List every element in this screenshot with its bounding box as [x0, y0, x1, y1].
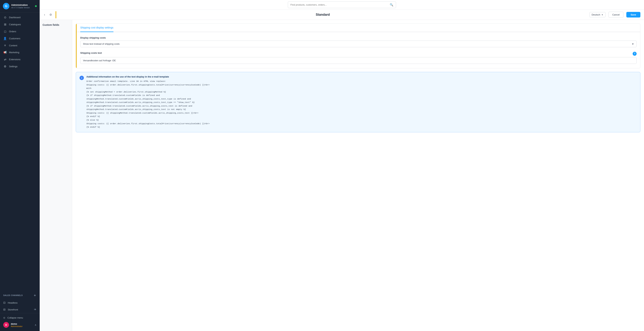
sidebar-item-label: Dashboard [9, 16, 20, 19]
user-row: D demo Administrator ∧ [3, 320, 36, 329]
circle-icon: ⊙ [3, 316, 5, 319]
sidebar-item-marketing[interactable]: 📢 Marketing [0, 49, 40, 56]
app-name: Administration [11, 4, 30, 7]
main-panel: Shipping cost display settings Display s… [72, 20, 644, 331]
settings-icon: ⚙ [3, 65, 7, 68]
language-value: Deutsch [592, 13, 600, 16]
page-header: ‹ ⚙ Standard Deutsch ▼ Cancel Save [40, 10, 644, 20]
language-selector[interactable]: Deutsch ▼ [589, 12, 606, 17]
collapse-menu-button[interactable]: ⊙ Collapse menu [3, 315, 36, 320]
app-info: Administration v6.4.7.0 Stable Version [11, 4, 30, 9]
costs-text-input[interactable] [80, 57, 636, 64]
channel-label: Storefront [8, 308, 18, 311]
sidebar-item-orders[interactable]: ◻ Orders [0, 28, 40, 35]
channel-label: Headless [8, 302, 18, 304]
display-costs-select[interactable]: Show text instead of shipping costs [80, 40, 636, 47]
catalogues-icon: ⊞ [3, 23, 7, 26]
main-nav: ⊙ Dashboard ⊞ Catalogues ◻ Orders 👤 Cust… [0, 12, 40, 291]
sidebar-item-label: Content [9, 44, 17, 47]
info-box: i Additional information on the use of t… [76, 72, 640, 132]
content-area: Custom fields Shipping cost display sett… [40, 20, 644, 331]
status-dot [35, 5, 37, 7]
info-box-text: Order confirmation email template. Line … [86, 80, 636, 129]
user-chevron-icon[interactable]: ∧ [35, 324, 36, 326]
avatar: D [3, 322, 9, 328]
help-icon[interactable]: ? [633, 52, 636, 56]
orders-icon: ◻ [3, 30, 7, 33]
info-icon: i [80, 76, 84, 80]
user-name: demo [11, 322, 22, 325]
custom-fields-title: Custom fields [42, 24, 69, 26]
back-button[interactable]: ‹ [43, 12, 46, 17]
sidebar-item-catalogues[interactable]: ⊞ Catalogues [0, 21, 40, 28]
sales-channels-section: Sales Channels ＋ [0, 291, 40, 299]
left-panel: Custom fields [40, 20, 72, 331]
shipping-settings-card: Shipping cost display settings Display s… [76, 24, 640, 68]
sidebar-item-dashboard[interactable]: ⊙ Dashboard [0, 14, 40, 21]
user-info: demo Administrator [11, 322, 22, 328]
extensions-icon: ⇄ [3, 58, 7, 61]
info-box-title: Additional information on the use of the… [86, 75, 636, 78]
storefront-icon: ⊟ [3, 308, 6, 311]
sidebar-item-label: Catalogues [9, 23, 21, 26]
sidebar-item-settings[interactable]: ⚙ Settings [0, 63, 40, 70]
eye-icon: 👁 [34, 308, 36, 311]
topbar: 🔍 [40, 0, 644, 10]
chevron-down-icon: ▼ [601, 14, 603, 16]
search-box[interactable]: 🔍 [288, 2, 396, 8]
tab-shipping-cost-display[interactable]: Shipping cost display settings [80, 24, 114, 32]
collapse-menu-label: Collapse menu [8, 316, 23, 319]
headless-icon: ⊡ [3, 301, 6, 304]
sidebar-item-label: Settings [9, 65, 18, 68]
sidebar-item-label: Customers [9, 37, 20, 40]
main-area: 🔍 ‹ ⚙ Standard Deutsch ▼ Cancel Save Cus… [40, 0, 644, 331]
search-input[interactable] [290, 4, 390, 6]
sales-channels-label: Sales Channels [3, 294, 23, 296]
search-icon: 🔍 [390, 3, 393, 6]
sidebar: G Administration v6.4.7.0 Stable Version… [0, 0, 40, 331]
app-version: v6.4.7.0 Stable Version [11, 7, 30, 9]
page-title: Standard [59, 13, 586, 16]
sidebar-item-headless[interactable]: ⊡ Headless [0, 299, 40, 306]
marketing-icon: 📢 [3, 51, 7, 54]
sidebar-item-label: Extensions [9, 58, 20, 61]
sidebar-header: G Administration v6.4.7.0 Stable Version [0, 0, 40, 12]
costs-text-label: Shipping costs text [80, 52, 102, 54]
sidebar-item-customers[interactable]: 👤 Customers [0, 35, 40, 42]
display-costs-select-wrapper: Show text instead of shipping costs ▼ [80, 40, 636, 47]
display-costs-label: Display shipping costs [80, 36, 636, 39]
app-logo: G [3, 3, 10, 9]
card-inner: Shipping cost display settings Display s… [77, 24, 640, 68]
dashboard-icon: ⊙ [3, 16, 7, 19]
cancel-button[interactable]: Cancel [608, 12, 623, 18]
info-box-content: Additional information on the use of the… [86, 75, 636, 129]
sidebar-item-content[interactable]: ≡ Content [0, 42, 40, 49]
content-icon: ≡ [3, 44, 7, 47]
save-button[interactable]: Save [626, 12, 640, 18]
customers-icon: 👤 [3, 37, 7, 40]
page-settings-button[interactable]: ⚙ [49, 12, 53, 17]
yellow-indicator [56, 11, 56, 18]
sidebar-item-label: Orders [9, 30, 16, 33]
tab-bar: Shipping cost display settings [77, 24, 640, 32]
add-sales-channel-button[interactable]: ＋ [33, 293, 36, 298]
sidebar-item-label: Marketing [9, 51, 19, 54]
sidebar-item-storefront[interactable]: ⊟ Storefront 👁 [0, 306, 40, 313]
sidebar-item-extensions[interactable]: ⇄ Extensions [0, 56, 40, 63]
user-role: Administrator [11, 325, 22, 328]
sidebar-footer: ⊙ Collapse menu D demo Administrator ∧ [0, 313, 40, 331]
card-body: Display shipping costs Show text instead… [77, 32, 640, 68]
